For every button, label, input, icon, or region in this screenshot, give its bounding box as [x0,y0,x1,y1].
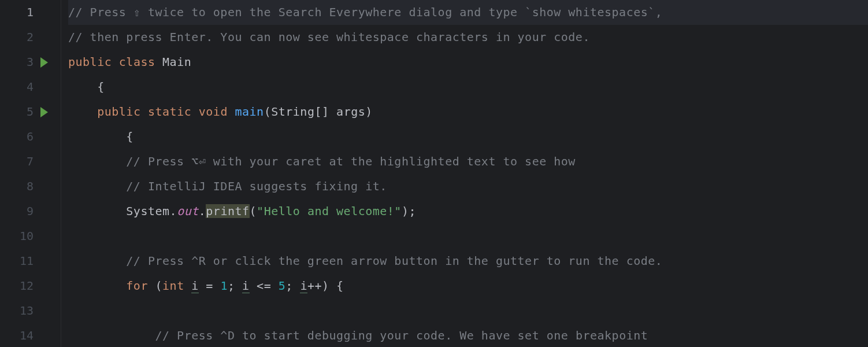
keyword: void [199,105,228,119]
indent [68,279,126,293]
indent [68,204,126,218]
indent [68,154,126,168]
code-area[interactable]: // Press ⇧ twice to open the Search Ever… [61,0,868,347]
code-line[interactable]: { [68,124,868,149]
code-line[interactable]: // then press Enter. You can now see whi… [68,25,868,50]
gutter-row[interactable]: 14 [0,323,61,347]
line-number: 3 [0,50,34,75]
comment-text: // then press Enter. You can now see whi… [68,30,590,44]
space [184,279,192,293]
comment-text: // Press ^D to start debugging your code… [155,328,648,342]
line-number: 5 [0,99,34,124]
indent [68,328,155,342]
gutter-row[interactable]: 10 [0,224,61,249]
gutter-row[interactable]: 9 [0,199,61,224]
line-number: 7 [0,149,34,174]
gutter-row[interactable]: 2 [0,25,61,50]
variable: i [300,279,307,293]
gutter-row[interactable]: 1 [0,0,61,25]
class-ref: System [126,204,169,218]
indent [68,130,126,143]
run-icon[interactable] [40,57,48,68]
gutter-row[interactable]: 12 [0,274,61,298]
semi: ; [228,279,242,293]
line-number: 11 [0,249,34,274]
op: <= [250,279,279,293]
keyword: class [119,55,155,69]
type: String [271,105,314,119]
close: ); [402,204,416,218]
keyword: public [97,105,140,119]
field-ref: out [177,204,199,218]
line-number: 13 [0,298,34,323]
code-line[interactable]: // Press ^D to start debugging your code… [68,323,868,347]
code-line[interactable] [68,298,868,323]
line-number: 12 [0,274,34,298]
gutter-row[interactable]: 8 [0,174,61,199]
semi: ; [285,279,300,293]
variable: i [242,279,250,293]
code-line[interactable]: for (int i = 1; i <= 5; i++) { [68,274,868,298]
keyword: public [68,55,112,69]
paren: ( [148,279,162,293]
line-number: 4 [0,75,34,99]
brackets: [] [314,105,329,119]
code-line[interactable]: System.out.printf("Hello and welcome!"); [68,199,868,224]
code-line[interactable]: public static void main(String[] args) [68,99,868,124]
line-number: 10 [0,224,34,249]
keyword: for [126,279,148,293]
comment-text: // Press ⇧ twice to open the Search Ever… [68,5,662,19]
code-line[interactable]: // Press ^R or click the green arrow but… [68,249,868,274]
comment-text: // Press ^R or click the green arrow but… [126,254,662,268]
keyword: static [148,105,191,119]
line-number: 8 [0,174,34,199]
highlighted-method: printf [206,204,249,218]
brace: { [126,130,133,143]
keyword: int [162,279,184,293]
number-literal: 5 [279,279,286,293]
line-number: 1 [0,0,34,25]
paren: ) [365,105,373,119]
code-line[interactable]: { [68,75,868,99]
variable: i [191,279,199,293]
dot: . [199,204,206,218]
gutter-row[interactable]: 5 [0,99,61,124]
dot: . [170,204,177,218]
gutter-row[interactable]: 13 [0,298,61,323]
code-line[interactable]: // Press ⇧ twice to open the Search Ever… [68,0,868,25]
gutter-row[interactable]: 4 [0,75,61,99]
brace: { [97,80,105,94]
close: ++) { [307,279,344,293]
run-icon[interactable] [40,107,48,117]
param: args [329,105,366,119]
paren: ( [250,204,257,218]
indent [68,254,126,268]
indent [68,80,97,94]
code-editor[interactable]: 1 2 3 4 5 6 7 8 9 10 11 [0,0,868,347]
line-number: 14 [0,323,34,347]
gutter-row[interactable]: 11 [0,249,61,274]
comment-text: // Press ⌥⏎ with your caret at the highl… [126,154,576,168]
line-number: 6 [0,124,34,149]
number-literal: 1 [220,279,228,293]
paren: ( [264,105,272,119]
gutter-row[interactable]: 3 [0,50,61,75]
class-name: Main [162,55,191,69]
gutter-row[interactable]: 6 [0,124,61,149]
assign: = [199,279,221,293]
gutter: 1 2 3 4 5 6 7 8 9 10 11 [0,0,61,347]
gutter-row[interactable]: 7 [0,149,61,174]
indent [68,179,126,193]
method-name: main [235,105,264,119]
line-number: 2 [0,25,34,50]
code-line[interactable]: // Press ⌥⏎ with your caret at the highl… [68,149,868,174]
line-number: 9 [0,199,34,224]
string-literal: "Hello and welcome!" [257,204,402,218]
code-line[interactable]: public class Main [68,50,868,75]
code-line[interactable] [68,224,868,249]
comment-text: // IntelliJ IDEA suggests fixing it. [126,179,387,193]
code-line[interactable]: // IntelliJ IDEA suggests fixing it. [68,174,868,199]
indent [68,105,97,119]
